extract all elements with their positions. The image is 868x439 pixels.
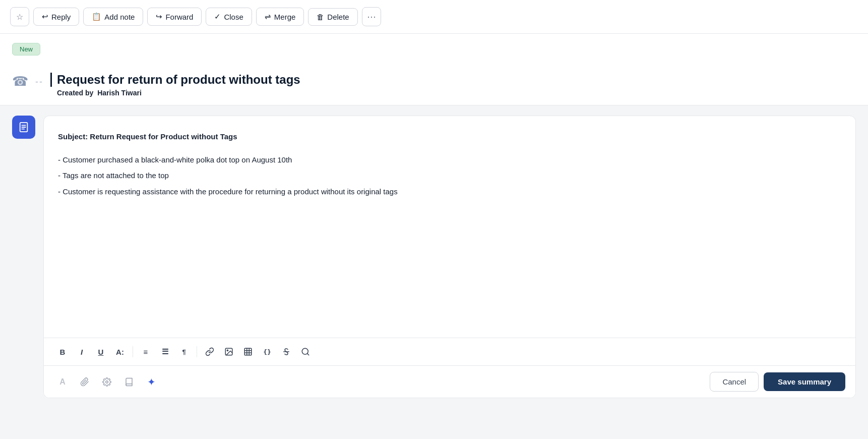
paragraph-button[interactable]: ¶ (175, 343, 193, 360)
underline-button[interactable]: U (92, 343, 109, 360)
creator-name: Harish Tiwari (97, 89, 142, 97)
bullet-2: - Tags are not attached to the top (58, 169, 841, 182)
spell-check-icon (301, 347, 310, 356)
svg-line-13 (307, 353, 308, 355)
save-summary-button[interactable]: Save summary (764, 372, 845, 391)
reply-button[interactable]: ↩ Reply (33, 8, 79, 26)
strikethrough-icon (282, 347, 291, 356)
main-toolbar: ☆ ↩ Reply 📋 Add note ↪ Forward ✓ Close ⇌… (0, 0, 868, 34)
link-button[interactable] (201, 343, 218, 360)
settings-action-button[interactable] (98, 373, 115, 391)
table-icon (243, 347, 253, 356)
attachment-button[interactable] (76, 373, 93, 391)
action-bar: A ✦ Cancel Save summary (44, 365, 855, 398)
cancel-button[interactable]: Cancel (710, 372, 759, 392)
toolbar-separator-1 (133, 346, 133, 357)
svg-point-5 (227, 350, 228, 351)
merge-icon: ⇌ (265, 12, 271, 21)
settings-icon (102, 377, 111, 387)
main-content: Subject: Return Request for Product with… (0, 105, 868, 408)
conversation-title-block: Request for return of product without ta… (50, 73, 300, 97)
text-style-button[interactable]: A (54, 373, 71, 391)
document-icon (18, 122, 29, 133)
merge-button[interactable]: ⇌ Merge (256, 8, 304, 26)
format-toolbar: B I U A: ≡ ☰ ¶ (44, 338, 855, 365)
unordered-list-button[interactable]: ☰ (156, 343, 173, 360)
reply-icon: ↩ (42, 12, 48, 21)
close-icon: ✓ (214, 12, 221, 21)
paperclip-icon (80, 377, 89, 387)
sparkle-icon: ✦ (147, 376, 156, 388)
table-button[interactable] (239, 343, 257, 360)
editor-card: Subject: Return Request for Product with… (43, 116, 856, 398)
star-icon: ☆ (16, 12, 23, 22)
phone-icon: ☎ (12, 74, 28, 89)
conversation-header: ☎ -- Request for return of product witho… (0, 63, 868, 105)
more-options-button[interactable]: ⋯ (362, 7, 381, 26)
svg-rect-6 (244, 348, 252, 355)
bold-button[interactable]: B (54, 343, 71, 360)
font-size-button[interactable]: A: (111, 343, 129, 360)
action-bar-right: Cancel Save summary (710, 372, 845, 392)
image-icon (224, 347, 233, 356)
sparkle-button[interactable]: ✦ (143, 373, 160, 391)
status-badge: New (12, 43, 40, 56)
ellipsis-icon: ⋯ (367, 11, 376, 22)
document-sidebar-button[interactable] (12, 116, 35, 139)
strikethrough-button[interactable] (278, 343, 295, 360)
note-icon: 📋 (92, 12, 101, 21)
action-bar-left: A ✦ (54, 373, 160, 391)
book-button[interactable] (120, 373, 138, 391)
ordered-list-button[interactable]: ≡ (137, 343, 154, 360)
spell-check-button[interactable] (297, 343, 314, 360)
link-icon (205, 347, 214, 356)
add-note-button[interactable]: 📋 Add note (83, 8, 143, 26)
trash-icon: 🗑 (317, 13, 324, 21)
bullet-1: - Customer purchased a black-and-white p… (58, 153, 841, 167)
editor-content-area[interactable]: Subject: Return Request for Product with… (44, 116, 855, 338)
svg-point-14 (106, 380, 108, 383)
created-by-label: Created by Harish Tiwari (50, 89, 300, 97)
email-subject: Subject: Return Request for Product with… (58, 130, 841, 143)
conversation-title: Request for return of product without ta… (50, 73, 300, 87)
toolbar-separator-2 (197, 346, 197, 357)
delete-button[interactable]: 🗑 Delete (308, 8, 357, 26)
italic-button[interactable]: I (73, 343, 90, 360)
status-section: New (0, 34, 868, 63)
star-button[interactable]: ☆ (10, 7, 29, 26)
forward-icon: ↪ (156, 12, 162, 21)
image-button[interactable] (220, 343, 237, 360)
bullet-3: - Customer is requesting assistance with… (58, 185, 841, 198)
book-icon (125, 377, 134, 387)
close-button[interactable]: ✓ Close (206, 8, 252, 26)
code-button[interactable]: {} (259, 343, 276, 360)
dashes-separator: -- (35, 77, 43, 87)
forward-button[interactable]: ↪ Forward (147, 8, 202, 26)
